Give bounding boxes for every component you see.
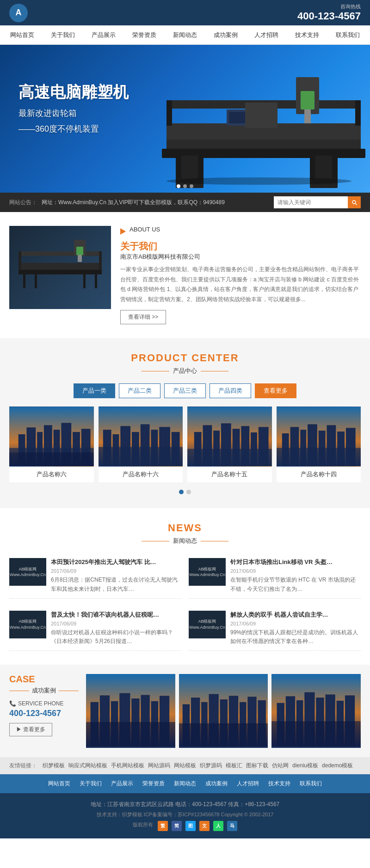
svg-rect-26 [78, 255, 82, 262]
link-item-8[interactable]: 仿站网 [272, 762, 289, 770]
news-info-1: 本田预计2025年推出无人驾驶汽车 比… 2017/06/09 6月8日消息：据… [51, 558, 181, 593]
news-divider-line-left [142, 541, 169, 541]
product-card-3[interactable]: 产品名称十五 [187, 407, 272, 482]
product-card-2[interactable]: 产品名称十六 [99, 407, 183, 482]
about-image [9, 226, 111, 309]
footer-icon-tu[interactable]: 图 [185, 821, 196, 831]
nav-news[interactable]: 新闻动态 [165, 25, 205, 45]
about-company: 南京市AB模版网科技有限公司 [120, 253, 361, 261]
news-thumb-logo-2: AB模板网Www.AdminBuy.Cn [189, 566, 225, 578]
hero-dot-1[interactable] [177, 184, 180, 188]
footer-address: 地址：江苏省南京市玄武区云武路 电话：400-123-4567 传真：+86-1… [9, 801, 361, 808]
link-item-1[interactable]: 响应式网站模板 [68, 762, 107, 770]
nav-honor[interactable]: 荣誉资质 [124, 25, 165, 45]
footer-nav-news[interactable]: 新闻动态 [174, 780, 196, 788]
search-input[interactable] [274, 196, 348, 208]
about-detail-button[interactable]: 查看详细 >> [120, 310, 166, 324]
link-item-6[interactable]: 模板汇 [226, 762, 242, 770]
product-divider-line-right [201, 371, 228, 371]
link-item-2[interactable]: 手机网站模板 [111, 762, 144, 770]
news-item-4[interactable]: AB模板网Www.AdminBuy.Cn 解放人类的双手 机器人尝试自主学… 2… [189, 606, 361, 651]
news-thumb-3: AB模板网Www.AdminBuy.Cn [9, 611, 46, 638]
hero-dot-3[interactable] [190, 184, 193, 188]
hero-dot-2[interactable] [183, 184, 187, 188]
news-info-4: 解放人类的双手 机器人尝试自主学… 2017/06/09 99%的情况下机器人跟… [230, 611, 361, 646]
link-item-7[interactable]: 图标下载 [246, 762, 268, 770]
product-card-4[interactable]: 产品名称十四 [277, 407, 361, 482]
about-description: 一家专业从事企业营销策划、电子商务运营服务的公司，主要业务包含精品网站制作、电子… [120, 265, 361, 304]
news-grid: AB模板网Www.AdminBuy.Cn 本田预计2025年推出无人驾驶汽车 比… [9, 553, 361, 651]
footer-nav-home[interactable]: 网站首页 [48, 780, 70, 788]
nav-contact[interactable]: 联系我们 [327, 25, 368, 45]
footer-icon-ma[interactable]: 马 [227, 821, 237, 831]
announce-label: 网站公告： [9, 199, 37, 206]
svg-rect-61 [187, 449, 272, 466]
footer-nav-contact[interactable]: 联系我们 [300, 780, 322, 788]
nav-home[interactable]: 网站首页 [2, 25, 43, 45]
footer-icon-jian[interactable]: 简 [172, 821, 182, 831]
footer-nav-cases[interactable]: 成功案例 [205, 780, 228, 788]
nav-cases[interactable]: 成功案例 [205, 25, 246, 45]
hotline-number[interactable]: 400-123-4567 [297, 10, 361, 22]
svg-rect-22 [18, 251, 21, 270]
product-page-dot-2[interactable] [186, 490, 191, 494]
footer-icon-fan[interactable]: 繁 [158, 821, 168, 831]
news-thumb-logo-4: AB模板网Www.AdminBuy.Cn [189, 619, 225, 630]
footer-icon-wen[interactable]: 文 [199, 821, 210, 831]
svg-rect-17 [332, 156, 338, 179]
product-card-1[interactable]: 产品名称六 [9, 407, 94, 482]
svg-rect-27 [23, 274, 25, 288]
product-tab-2[interactable]: 产品二类 [119, 383, 160, 398]
product-tab-more[interactable]: 查看更多 [255, 383, 296, 398]
footer-nav-honor[interactable]: 荣誉资质 [142, 780, 165, 788]
link-item-3[interactable]: 网站源码 [148, 762, 170, 770]
news-title-divider: 新闻动态 [9, 537, 361, 545]
news-item-2[interactable]: AB模板网Www.AdminBuy.Cn 针对日本市场推出Link移动 VR 头… [189, 553, 361, 598]
news-item-1[interactable]: AB模板网Www.AdminBuy.Cn 本田预计2025年推出无人驾驶汽车 比… [9, 553, 181, 598]
link-item-10[interactable]: dedemo模板 [322, 762, 353, 770]
news-title-1: 本田预计2025年推出无人驾驶汽车 比… [51, 558, 181, 566]
product-divider-line-left [142, 371, 169, 371]
news-date-3: 2017/06/09 [51, 621, 181, 626]
search-button[interactable] [348, 196, 361, 208]
search-box [274, 196, 361, 208]
nav-recruit[interactable]: 人才招聘 [246, 25, 287, 45]
svg-rect-10 [304, 109, 311, 123]
nav-about[interactable]: 关于我们 [43, 25, 83, 45]
footer-nav-recruit[interactable]: 人才招聘 [237, 780, 259, 788]
svg-rect-71 [277, 448, 361, 466]
footer-nav-support[interactable]: 技术支持 [268, 780, 290, 788]
product-city-svg-3 [187, 407, 272, 467]
product-tab-3[interactable]: 产品三类 [164, 383, 206, 398]
nav-support[interactable]: 技术支持 [287, 25, 327, 45]
nav-products[interactable]: 产品展示 [83, 25, 124, 45]
product-tab-1[interactable]: 产品一类 [74, 383, 115, 398]
footer-social-icons: 繁 简 图 文 人 马 [158, 821, 237, 831]
svg-rect-21 [18, 251, 102, 256]
footer-icon-ren[interactable]: 人 [213, 821, 223, 831]
news-item-3[interactable]: AB模板网Www.AdminBuy.Cn 普及太快！我们谁不该向机器人征税呢… … [9, 606, 181, 651]
product-card-name-3: 产品名称十五 [187, 467, 272, 482]
product-card-name-1: 产品名称六 [9, 467, 94, 482]
news-excerpt-1: 6月8日消息：据CNET报道，过去在讨论无人驾驶汽车和其他未来计划时，日本汽车… [51, 576, 181, 593]
phone-icon: 📞 [9, 700, 16, 707]
product-page-dot-1[interactable] [179, 490, 184, 494]
svg-rect-102 [271, 721, 361, 747]
case-phone-number[interactable]: 400-123-4567 [9, 709, 79, 718]
link-item-0[interactable]: 织梦模板 [43, 762, 65, 770]
product-tab-4[interactable]: 产品四类 [210, 383, 251, 398]
footer-nav-about[interactable]: 关于我们 [80, 780, 102, 788]
news-cn-title: 新闻动态 [173, 537, 197, 545]
svg-rect-30 [95, 274, 97, 288]
link-item-5[interactable]: 织梦源码 [200, 762, 222, 770]
case-more-button[interactable]: ▶ 查看更多 [9, 723, 52, 736]
case-service-text: SERVICE PHONE [18, 700, 63, 707]
footer-nav-products[interactable]: 产品展示 [111, 780, 133, 788]
site-logo[interactable]: A [9, 4, 28, 22]
svg-rect-29 [83, 274, 86, 288]
news-excerpt-3: 你听说过对机器人征税这种科幻小说一样的事吗？《日本经济新闻》5月26日报道… [51, 628, 181, 646]
hero-banner: 高速电脑雕塑机 最新改进齿轮箱 ——360度不停机装置 [0, 45, 370, 193]
product-section-title: PRODUCT CENTER 产品中心 [9, 352, 361, 375]
link-item-4[interactable]: 网站模板 [174, 762, 196, 770]
link-item-9[interactable]: dieniu模板 [292, 762, 318, 770]
